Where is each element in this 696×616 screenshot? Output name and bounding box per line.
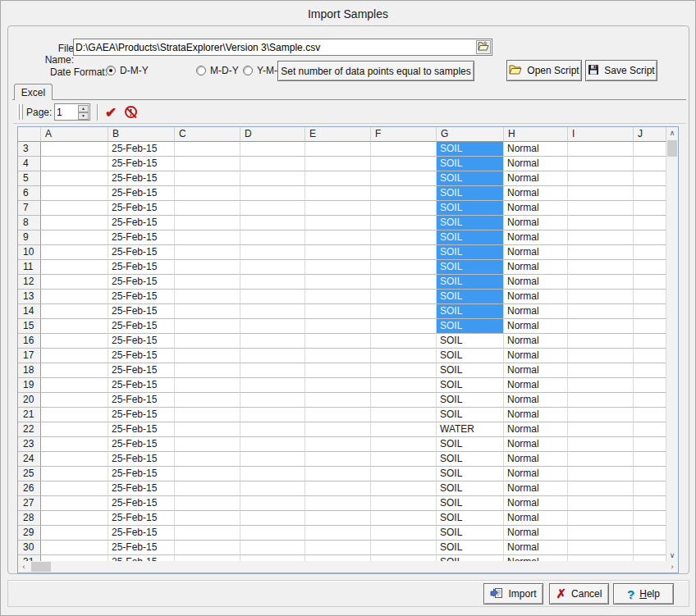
grid-cell[interactable] (568, 275, 634, 290)
grid-cell[interactable] (41, 275, 108, 290)
grid-cell[interactable]: SOIL (437, 186, 504, 201)
grid-cell[interactable] (371, 408, 437, 422)
page-input[interactable] (57, 105, 78, 119)
grid-cell[interactable] (371, 526, 437, 541)
scroll-left-button[interactable]: ‹ (18, 561, 30, 573)
radio-m-d-y[interactable]: M-D-Y (196, 65, 239, 76)
grid-cell[interactable] (175, 304, 240, 319)
grid-cell[interactable]: Normal (504, 511, 568, 526)
grid-cell[interactable]: Normal (504, 481, 568, 496)
grid-cell[interactable]: Normal (504, 275, 568, 290)
grid-cell[interactable]: Normal (504, 157, 568, 171)
grid-cell[interactable] (634, 363, 666, 378)
grid-cell[interactable] (41, 496, 108, 511)
grid-cell[interactable] (634, 467, 666, 481)
grid-cell[interactable] (41, 349, 108, 363)
grid-cell[interactable] (371, 216, 437, 230)
grid-cell[interactable]: SOIL (437, 334, 504, 349)
grid-cell[interactable] (305, 511, 371, 526)
grid-cell[interactable] (175, 201, 240, 216)
grid-cell[interactable]: SOIL (437, 526, 504, 541)
row-header-14[interactable]: 14 (18, 304, 41, 319)
grid-cell[interactable] (371, 541, 437, 555)
grid-cell[interactable] (371, 393, 437, 408)
row-header-6[interactable]: 6 (18, 186, 41, 201)
grid-cell[interactable]: Normal (504, 496, 568, 511)
import-button[interactable]: Import (483, 583, 543, 605)
grid-cell[interactable] (41, 422, 108, 437)
grid-cell[interactable] (240, 171, 305, 186)
grid-cell[interactable] (305, 363, 371, 378)
grid-cell[interactable] (305, 378, 371, 393)
cancel-button[interactable]: ✗ Cancel (549, 583, 609, 605)
row-header-26[interactable]: 26 (18, 481, 41, 496)
grid-cell[interactable] (568, 245, 634, 260)
grid-cell[interactable] (240, 304, 305, 319)
grid-cell[interactable]: 25-Feb-15 (108, 422, 175, 437)
grid-cell[interactable]: 25-Feb-15 (108, 393, 175, 408)
grid-cell[interactable] (568, 142, 634, 157)
grid-cell[interactable] (371, 378, 437, 393)
grid-cell[interactable]: Normal (504, 349, 568, 363)
grid-cell[interactable] (240, 526, 305, 541)
toolbar-grip[interactable] (17, 104, 20, 120)
grid-cell[interactable]: 25-Feb-15 (108, 201, 175, 216)
grid-cell[interactable] (371, 481, 437, 496)
scroll-up-button[interactable]: ∧ (666, 127, 678, 139)
row-header-29[interactable]: 29 (18, 526, 41, 541)
grid-cell[interactable] (634, 201, 666, 216)
grid-cell[interactable]: 25-Feb-15 (108, 452, 175, 467)
grid-cell[interactable] (240, 408, 305, 422)
grid-cell[interactable]: SOIL (437, 290, 504, 304)
grid-cell[interactable] (634, 422, 666, 437)
grid-cell[interactable] (175, 393, 240, 408)
column-header-C[interactable]: C (175, 127, 240, 142)
grid-cell[interactable]: 25-Feb-15 (108, 511, 175, 526)
radio-d-m-y[interactable]: D-M-Y (106, 65, 149, 76)
spin-up-button[interactable]: ▲ (78, 105, 89, 112)
grid-cell[interactable] (240, 349, 305, 363)
grid-cell[interactable] (568, 496, 634, 511)
grid-cell[interactable] (175, 452, 240, 467)
grid-cell[interactable]: SOIL (437, 408, 504, 422)
grid-cell[interactable] (634, 319, 666, 334)
grid-cell[interactable] (41, 230, 108, 245)
grid-cell[interactable] (568, 304, 634, 319)
grid-cell[interactable] (175, 171, 240, 186)
open-script-button[interactable]: Open Script (506, 60, 582, 81)
grid-cell[interactable] (175, 467, 240, 481)
grid-cell[interactable] (568, 186, 634, 201)
grid-cell[interactable] (371, 319, 437, 334)
row-header-31[interactable]: 31 (18, 555, 41, 561)
grid-cell[interactable] (371, 467, 437, 481)
grid-cell[interactable] (634, 334, 666, 349)
grid-cell[interactable] (175, 245, 240, 260)
grid-cell[interactable] (240, 245, 305, 260)
row-header-23[interactable]: 23 (18, 437, 41, 452)
grid-cell[interactable] (41, 319, 108, 334)
grid-cell[interactable]: SOIL (437, 481, 504, 496)
grid-cell[interactable] (305, 496, 371, 511)
grid-cell[interactable] (568, 526, 634, 541)
grid-cell[interactable] (568, 437, 634, 452)
grid-cell[interactable] (634, 186, 666, 201)
row-header-21[interactable]: 21 (18, 408, 41, 422)
grid-cell[interactable] (371, 363, 437, 378)
grid-cell[interactable] (240, 363, 305, 378)
grid-cell[interactable]: Normal (504, 142, 568, 157)
tab-excel[interactable]: Excel (14, 84, 53, 100)
grid-cell[interactable] (568, 481, 634, 496)
grid-cell[interactable]: 25-Feb-15 (108, 290, 175, 304)
grid-cell[interactable] (175, 408, 240, 422)
grid-cell[interactable] (175, 378, 240, 393)
grid-cell[interactable] (634, 230, 666, 245)
grid-cell[interactable] (305, 245, 371, 260)
grid-cell[interactable] (41, 260, 108, 275)
grid-cell[interactable] (305, 349, 371, 363)
grid-cell[interactable] (305, 481, 371, 496)
grid-cell[interactable]: SOIL (437, 245, 504, 260)
grid-cell[interactable]: 25-Feb-15 (108, 437, 175, 452)
grid-cell[interactable] (240, 334, 305, 349)
grid-cell[interactable]: SOIL (437, 496, 504, 511)
row-header-8[interactable]: 8 (18, 216, 41, 230)
